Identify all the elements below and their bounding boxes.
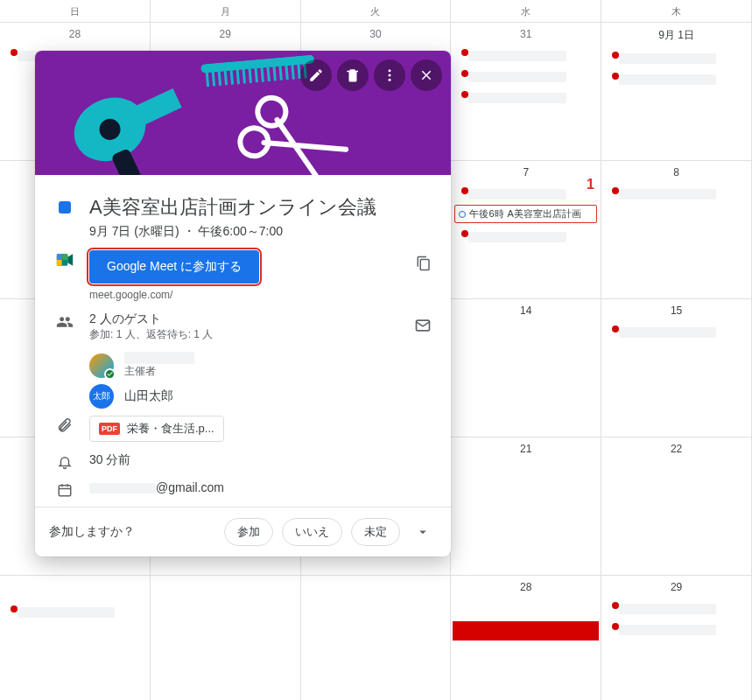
event-dot [461, 187, 468, 194]
redacted-event [619, 53, 716, 64]
svg-rect-15 [291, 63, 295, 79]
day-header-wed: 水 [451, 0, 601, 22]
day-header-mon: 月 [151, 0, 301, 22]
event-dot [11, 606, 18, 612]
event-dot [612, 326, 619, 332]
close-button[interactable] [411, 60, 442, 91]
attachment-chip[interactable]: PDF 栄養・食生活.p... [89, 416, 224, 442]
day-cell[interactable]: 9月 1日 [601, 23, 752, 160]
calendar-event-chip[interactable]: 午後6時 A美容室出店計画 [454, 205, 597, 223]
day-headers: 日 月 火 水 木 [0, 0, 752, 22]
event-detail-popup: A美容室出店計画オンライン会議 9月 7日 (水曜日) ・ 午後6:00～7:0… [35, 51, 451, 556]
day-cell[interactable] [0, 576, 151, 700]
day-cell[interactable]: 29 [601, 576, 752, 700]
event-chip-title: A美容室出店計画 [508, 207, 581, 220]
rsvp-maybe-button[interactable]: 未定 [351, 518, 400, 546]
svg-point-28 [389, 79, 391, 81]
day-cell[interactable]: 8 [601, 161, 752, 298]
svg-rect-5 [230, 69, 235, 85]
avatar: 太郎 [89, 384, 114, 409]
guests-status: 参加: 1 人、返答待ち: 1 人 [89, 327, 393, 342]
redacted-event [468, 72, 566, 82]
day-cell[interactable]: 7 午後6時 A美容室出店計画 [451, 161, 601, 298]
svg-rect-14 [285, 64, 289, 80]
redacted-event [619, 327, 716, 338]
event-dot [461, 49, 468, 56]
svg-rect-10 [260, 66, 264, 82]
event-dot [612, 623, 619, 630]
day-cell[interactable]: 22 [601, 438, 752, 575]
svg-rect-11 [266, 66, 271, 81]
redacted-event [18, 607, 115, 618]
day-header-sun: 日 [0, 0, 151, 22]
guests-count: 2 人のゲスト [89, 312, 393, 327]
options-button[interactable] [374, 60, 405, 91]
event-dot [461, 91, 468, 98]
edit-button[interactable] [300, 60, 332, 91]
reminder-text: 30 分前 [89, 452, 437, 468]
redacted-event [619, 604, 716, 614]
check-icon [104, 368, 116, 380]
svg-rect-8 [248, 67, 252, 83]
rsvp-no-button[interactable]: いいえ [282, 518, 342, 546]
event-ring-icon [459, 211, 466, 218]
guest-organizer[interactable]: 主催者 [89, 348, 437, 381]
svg-rect-3 [218, 70, 222, 86]
svg-point-27 [389, 74, 391, 77]
redacted-event [468, 51, 566, 61]
svg-point-26 [389, 69, 391, 72]
day-header-tue: 火 [301, 0, 452, 22]
annotation-1: 1 [587, 177, 594, 192]
popup-body: A美容室出店計画オンライン会議 9月 7日 (水曜日) ・ 午後6:00～7:0… [35, 175, 451, 507]
svg-rect-2 [212, 70, 216, 86]
svg-rect-12 [272, 65, 277, 80]
join-meet-button[interactable]: Google Meet に参加する [89, 250, 259, 284]
event-dot [612, 73, 619, 80]
people-icon [56, 312, 74, 331]
redacted-event [468, 189, 566, 200]
calendar-icon [56, 480, 74, 498]
event-dot [461, 230, 468, 237]
copy-link-button[interactable] [411, 250, 437, 280]
day-header-thu: 木 [601, 0, 752, 22]
event-chip-time: 午後6時 [469, 207, 503, 220]
svg-rect-13 [278, 65, 283, 80]
event-dot [612, 52, 619, 59]
svg-rect-30 [57, 254, 62, 260]
svg-point-22 [253, 93, 292, 131]
delete-button[interactable] [337, 60, 369, 91]
day-cell[interactable]: 21 [451, 438, 601, 575]
event-color-marker [59, 201, 71, 214]
event-title: A美容室出店計画オンライン会議 [89, 194, 437, 220]
guest-name: 山田太郎 [124, 388, 173, 404]
all-day-event-bar[interactable] [453, 621, 599, 640]
day-cell[interactable]: 31 [451, 23, 601, 160]
rsvp-yes-button[interactable]: 参加 [224, 518, 273, 546]
day-cell[interactable]: 15 [601, 299, 752, 437]
meet-icon [56, 250, 74, 268]
guest-yamada[interactable]: 太郎 山田太郎 [89, 381, 437, 410]
redacted-organizer-name [124, 352, 194, 364]
event-dot [612, 187, 619, 194]
calendar-email: @gmail.com [89, 480, 437, 494]
rsvp-expand-button[interactable] [409, 518, 437, 546]
event-datetime: 9月 7日 (水曜日) ・ 午後6:00～7:00 [89, 224, 437, 240]
day-cell[interactable] [151, 576, 301, 700]
week-row-5: 28 29 [0, 575, 752, 700]
svg-rect-7 [242, 67, 246, 83]
attachment-icon [56, 416, 74, 433]
email-guests-button[interactable] [409, 312, 437, 343]
popup-header [35, 51, 451, 175]
svg-rect-4 [224, 69, 228, 85]
bell-icon [56, 452, 74, 470]
day-cell[interactable]: 14 [451, 299, 601, 437]
attachment-name: 栄養・食生活.p... [127, 421, 214, 437]
avatar [89, 354, 114, 378]
meet-link-text: meet.google.com/ [89, 289, 395, 301]
event-dot [461, 70, 468, 77]
day-cell[interactable] [301, 576, 452, 700]
rsvp-footer: 参加しますか？ 参加 いいえ 未定 [35, 507, 451, 556]
day-cell[interactable]: 28 [451, 576, 601, 700]
rsvp-label: 参加しますか？ [49, 524, 215, 540]
redacted-event [619, 625, 716, 635]
